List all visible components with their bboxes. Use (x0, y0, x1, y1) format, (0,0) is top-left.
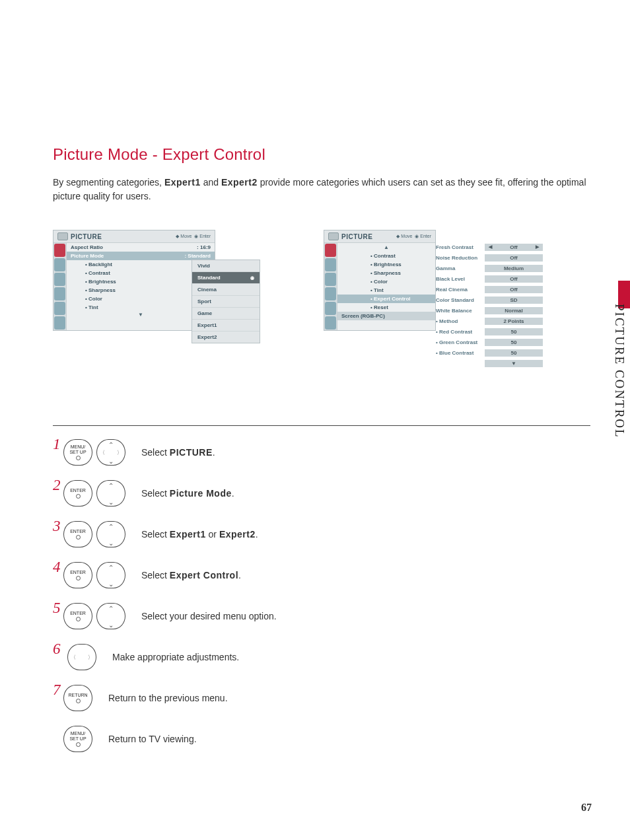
step-row: 3ENTERSelect Expert1 or Expert2. (53, 521, 590, 547)
mode-option[interactable]: Sport (192, 296, 260, 308)
expert-row: • Red Contrast50 (432, 326, 544, 337)
intro-bold-expert1: Expert1 (164, 177, 201, 188)
mode-option[interactable]: Cinema (192, 284, 260, 296)
picture-icon (325, 244, 336, 257)
expert-row: Fresh Contrast◀Off▶ (432, 242, 544, 252)
scroll-up-icon: ▲ (337, 243, 435, 252)
osd-title: PICTURE (341, 233, 372, 240)
mode-option[interactable]: Expert2 (192, 332, 260, 343)
scroll-item: • Reset (337, 303, 435, 312)
expert-row: GammaMedium (432, 263, 544, 273)
intro-text: By segmenting categories, (53, 177, 164, 188)
step-text: Select Expert1 or Expert2. (141, 529, 258, 540)
remote-button: ENTER (63, 603, 92, 629)
step-row: 1MENU/SET UP〈〉Select PICTURE. (53, 439, 590, 466)
osd-sidebar-icons (53, 243, 67, 330)
step-row: MENU/SET UPReturn to TV viewing. (53, 726, 590, 752)
mode-option[interactable]: Game (192, 308, 260, 320)
step-text: Select Expert Control. (141, 570, 241, 580)
expert-row: Noise ReductionOff (432, 252, 544, 263)
sidebar-icon (325, 258, 336, 271)
dpad-button: 〈〉 (96, 439, 125, 466)
dpad-button: 〈〉 (67, 644, 96, 670)
osd-hint: ◆ Move ◉ Enter (176, 234, 211, 239)
step-row: 5ENTERSelect your desired menu option. (53, 603, 590, 629)
expert-row: Black LevelOff (432, 273, 544, 284)
step-text: Return to TV viewing. (108, 734, 197, 744)
dpad-button (96, 603, 125, 629)
remote-button: ENTER (63, 562, 92, 588)
scroll-item: • Sharpness (337, 269, 435, 277)
sidebar-icon (54, 258, 65, 271)
tv-icon (328, 232, 339, 240)
osd-title: PICTURE (71, 233, 102, 240)
step-row: 2ENTERSelect Picture Mode. (53, 480, 590, 507)
mode-option[interactable]: Expert1 (192, 320, 260, 332)
scroll-item: • Contrast (337, 252, 435, 260)
mode-option[interactable]: Vivid (192, 260, 260, 272)
step-row: 7RETURNReturn to the previous menu. (53, 685, 590, 711)
page-number: 67 (581, 802, 592, 814)
sidebar-icon (325, 302, 336, 315)
side-section-label: PICTURE CONTROL (612, 304, 627, 438)
scroll-item: • Expert Control (337, 295, 435, 303)
step-text: Select Picture Mode. (141, 488, 234, 499)
expert-row: White BalanceNormal (432, 305, 544, 316)
remote-button: ENTER (63, 521, 92, 547)
steps-list: 1MENU/SET UP〈〉Select PICTURE.2ENTERSelec… (53, 439, 590, 752)
sidebar-icon (54, 316, 65, 330)
remote-button: RETURN (63, 685, 92, 711)
section-divider (53, 425, 590, 426)
step-text: Select your desired menu option. (141, 611, 277, 621)
sidebar-icon (54, 302, 65, 315)
intro-bold-expert2: Expert2 (221, 177, 258, 188)
remote-button: MENU/SET UP (63, 439, 92, 466)
page-title: Picture Mode - Expert Control (53, 145, 590, 164)
osd-right-panel: PICTURE ◆ Move ◉ Enter ▲ • Contrast• Bri… (324, 230, 436, 331)
sidebar-icon (325, 316, 336, 330)
expert-row: • Green Contrast50 (432, 337, 544, 347)
osd-hint: ◆ Move ◉ Enter (396, 234, 431, 239)
expert-control-values: Fresh Contrast◀Off▶Noise ReductionOffGam… (432, 242, 544, 368)
scroll-item: • Brightness (337, 260, 435, 269)
step-text: Return to the previous menu. (108, 693, 228, 703)
tv-icon (57, 232, 68, 240)
scroll-item: • Color (337, 277, 435, 286)
step-row: 4ENTERSelect Expert Control. (53, 562, 590, 588)
dpad-button (96, 562, 125, 588)
osd-illustration-row: PICTURE ◆ Move ◉ Enter Aspect Ratio: 16:… (53, 230, 590, 402)
step-row: 6〈〉Make appropriate adjustments. (53, 644, 590, 670)
sidebar-icon (325, 287, 336, 300)
picture-icon (54, 244, 65, 257)
remote-button: MENU/SET UP (63, 726, 92, 752)
scroll-item: • Tint (337, 286, 435, 295)
osd-sidebar-icons (324, 243, 337, 330)
step-text: Select PICTURE. (141, 447, 215, 458)
dpad-button (96, 480, 125, 507)
mode-popup: VividStandardCinemaSportGameExpert1Exper… (192, 260, 260, 343)
expert-row: • Method2 Points (432, 316, 544, 326)
sidebar-icon (54, 273, 65, 286)
intro-paragraph: By segmenting categories, Expert1 and Ex… (53, 176, 590, 203)
mode-option[interactable]: Standard (192, 272, 260, 284)
expert-row: Color StandardSD (432, 295, 544, 305)
remote-button: ENTER (63, 480, 92, 507)
aspect-ratio-row: Aspect Ratio: 16:9 (67, 243, 215, 252)
osd-header: PICTURE ◆ Move ◉ Enter (53, 230, 215, 243)
sidebar-icon (54, 287, 65, 300)
screen-rgbpc-row: Screen (RGB-PC) (337, 312, 435, 320)
sidebar-icon (325, 273, 336, 286)
osd-header: PICTURE ◆ Move ◉ Enter (324, 230, 435, 243)
expert-row: Real CinemaOff (432, 284, 544, 295)
dpad-button (96, 521, 125, 547)
intro-text: and (203, 177, 221, 188)
expert-row: • Blue Contrast50 (432, 347, 544, 358)
step-text: Make appropriate adjustments. (112, 652, 239, 662)
